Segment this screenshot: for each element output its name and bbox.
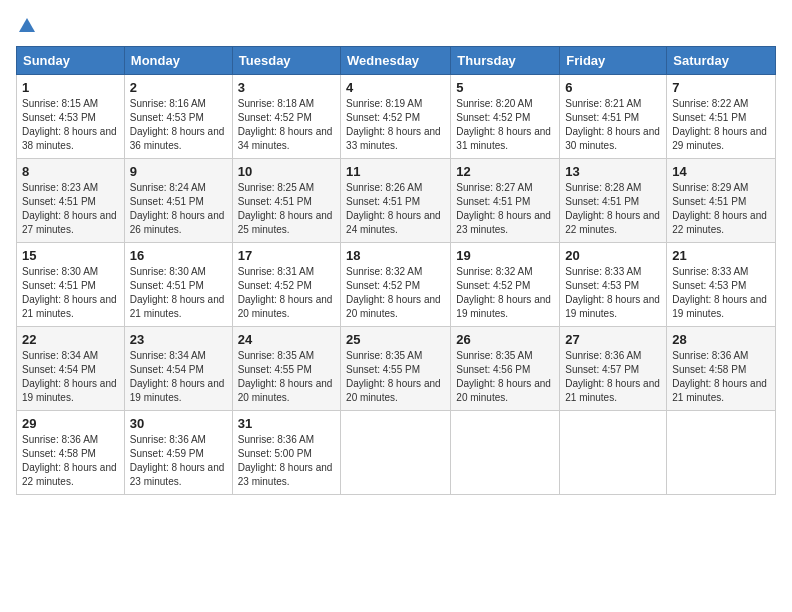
day-number: 14: [672, 164, 770, 179]
day-detail: Sunrise: 8:35 AMSunset: 4:55 PMDaylight:…: [238, 350, 333, 403]
day-number: 25: [346, 332, 445, 347]
column-header-tuesday: Tuesday: [232, 47, 340, 75]
day-detail: Sunrise: 8:27 AMSunset: 4:51 PMDaylight:…: [456, 182, 551, 235]
calendar-cell: 20 Sunrise: 8:33 AMSunset: 4:53 PMDaylig…: [560, 243, 667, 327]
calendar-cell: 1 Sunrise: 8:15 AMSunset: 4:53 PMDayligh…: [17, 75, 125, 159]
day-detail: Sunrise: 8:18 AMSunset: 4:52 PMDaylight:…: [238, 98, 333, 151]
calendar-cell: 3 Sunrise: 8:18 AMSunset: 4:52 PMDayligh…: [232, 75, 340, 159]
day-detail: Sunrise: 8:29 AMSunset: 4:51 PMDaylight:…: [672, 182, 767, 235]
day-number: 20: [565, 248, 661, 263]
day-number: 29: [22, 416, 119, 431]
week-row-1: 1 Sunrise: 8:15 AMSunset: 4:53 PMDayligh…: [17, 75, 776, 159]
day-number: 28: [672, 332, 770, 347]
day-number: 27: [565, 332, 661, 347]
day-number: 12: [456, 164, 554, 179]
day-number: 17: [238, 248, 335, 263]
calendar-cell: 17 Sunrise: 8:31 AMSunset: 4:52 PMDaylig…: [232, 243, 340, 327]
day-detail: Sunrise: 8:33 AMSunset: 4:53 PMDaylight:…: [672, 266, 767, 319]
page-header: [16, 16, 776, 34]
day-detail: Sunrise: 8:30 AMSunset: 4:51 PMDaylight:…: [130, 266, 225, 319]
svg-marker-0: [19, 18, 35, 32]
logo-icon: [18, 16, 36, 34]
day-number: 22: [22, 332, 119, 347]
calendar-cell: [341, 411, 451, 495]
day-number: 15: [22, 248, 119, 263]
day-detail: Sunrise: 8:30 AMSunset: 4:51 PMDaylight:…: [22, 266, 117, 319]
column-header-monday: Monday: [124, 47, 232, 75]
day-detail: Sunrise: 8:20 AMSunset: 4:52 PMDaylight:…: [456, 98, 551, 151]
day-number: 24: [238, 332, 335, 347]
day-number: 10: [238, 164, 335, 179]
day-detail: Sunrise: 8:36 AMSunset: 4:58 PMDaylight:…: [672, 350, 767, 403]
day-number: 3: [238, 80, 335, 95]
calendar-cell: 25 Sunrise: 8:35 AMSunset: 4:55 PMDaylig…: [341, 327, 451, 411]
calendar-cell: 19 Sunrise: 8:32 AMSunset: 4:52 PMDaylig…: [451, 243, 560, 327]
week-row-4: 22 Sunrise: 8:34 AMSunset: 4:54 PMDaylig…: [17, 327, 776, 411]
day-detail: Sunrise: 8:32 AMSunset: 4:52 PMDaylight:…: [346, 266, 441, 319]
day-number: 9: [130, 164, 227, 179]
calendar-cell: 13 Sunrise: 8:28 AMSunset: 4:51 PMDaylig…: [560, 159, 667, 243]
day-detail: Sunrise: 8:34 AMSunset: 4:54 PMDaylight:…: [22, 350, 117, 403]
day-detail: Sunrise: 8:35 AMSunset: 4:56 PMDaylight:…: [456, 350, 551, 403]
calendar-cell: 26 Sunrise: 8:35 AMSunset: 4:56 PMDaylig…: [451, 327, 560, 411]
day-number: 16: [130, 248, 227, 263]
day-detail: Sunrise: 8:25 AMSunset: 4:51 PMDaylight:…: [238, 182, 333, 235]
calendar-cell: 16 Sunrise: 8:30 AMSunset: 4:51 PMDaylig…: [124, 243, 232, 327]
calendar-cell: 27 Sunrise: 8:36 AMSunset: 4:57 PMDaylig…: [560, 327, 667, 411]
week-row-3: 15 Sunrise: 8:30 AMSunset: 4:51 PMDaylig…: [17, 243, 776, 327]
day-detail: Sunrise: 8:24 AMSunset: 4:51 PMDaylight:…: [130, 182, 225, 235]
day-number: 1: [22, 80, 119, 95]
calendar-cell: 22 Sunrise: 8:34 AMSunset: 4:54 PMDaylig…: [17, 327, 125, 411]
calendar-cell: 29 Sunrise: 8:36 AMSunset: 4:58 PMDaylig…: [17, 411, 125, 495]
week-row-5: 29 Sunrise: 8:36 AMSunset: 4:58 PMDaylig…: [17, 411, 776, 495]
day-detail: Sunrise: 8:16 AMSunset: 4:53 PMDaylight:…: [130, 98, 225, 151]
day-detail: Sunrise: 8:36 AMSunset: 4:57 PMDaylight:…: [565, 350, 660, 403]
day-number: 8: [22, 164, 119, 179]
calendar-cell: 31 Sunrise: 8:36 AMSunset: 5:00 PMDaylig…: [232, 411, 340, 495]
calendar-cell: 24 Sunrise: 8:35 AMSunset: 4:55 PMDaylig…: [232, 327, 340, 411]
day-number: 26: [456, 332, 554, 347]
calendar-cell: 11 Sunrise: 8:26 AMSunset: 4:51 PMDaylig…: [341, 159, 451, 243]
day-number: 11: [346, 164, 445, 179]
day-number: 7: [672, 80, 770, 95]
calendar-table: SundayMondayTuesdayWednesdayThursdayFrid…: [16, 46, 776, 495]
calendar-cell: [667, 411, 776, 495]
calendar-cell: 6 Sunrise: 8:21 AMSunset: 4:51 PMDayligh…: [560, 75, 667, 159]
day-detail: Sunrise: 8:32 AMSunset: 4:52 PMDaylight:…: [456, 266, 551, 319]
calendar-cell: 8 Sunrise: 8:23 AMSunset: 4:51 PMDayligh…: [17, 159, 125, 243]
day-detail: Sunrise: 8:19 AMSunset: 4:52 PMDaylight:…: [346, 98, 441, 151]
day-detail: Sunrise: 8:28 AMSunset: 4:51 PMDaylight:…: [565, 182, 660, 235]
day-detail: Sunrise: 8:22 AMSunset: 4:51 PMDaylight:…: [672, 98, 767, 151]
header-row: SundayMondayTuesdayWednesdayThursdayFrid…: [17, 47, 776, 75]
column-header-thursday: Thursday: [451, 47, 560, 75]
calendar-cell: 2 Sunrise: 8:16 AMSunset: 4:53 PMDayligh…: [124, 75, 232, 159]
calendar-cell: 4 Sunrise: 8:19 AMSunset: 4:52 PMDayligh…: [341, 75, 451, 159]
day-number: 6: [565, 80, 661, 95]
day-detail: Sunrise: 8:15 AMSunset: 4:53 PMDaylight:…: [22, 98, 117, 151]
calendar-cell: 21 Sunrise: 8:33 AMSunset: 4:53 PMDaylig…: [667, 243, 776, 327]
day-number: 19: [456, 248, 554, 263]
day-detail: Sunrise: 8:35 AMSunset: 4:55 PMDaylight:…: [346, 350, 441, 403]
calendar-cell: 7 Sunrise: 8:22 AMSunset: 4:51 PMDayligh…: [667, 75, 776, 159]
day-detail: Sunrise: 8:23 AMSunset: 4:51 PMDaylight:…: [22, 182, 117, 235]
column-header-friday: Friday: [560, 47, 667, 75]
calendar-cell: 12 Sunrise: 8:27 AMSunset: 4:51 PMDaylig…: [451, 159, 560, 243]
day-number: 31: [238, 416, 335, 431]
column-header-saturday: Saturday: [667, 47, 776, 75]
calendar-cell: 30 Sunrise: 8:36 AMSunset: 4:59 PMDaylig…: [124, 411, 232, 495]
calendar-cell: [560, 411, 667, 495]
calendar-cell: [451, 411, 560, 495]
day-detail: Sunrise: 8:34 AMSunset: 4:54 PMDaylight:…: [130, 350, 225, 403]
calendar-cell: 5 Sunrise: 8:20 AMSunset: 4:52 PMDayligh…: [451, 75, 560, 159]
day-number: 21: [672, 248, 770, 263]
calendar-cell: 10 Sunrise: 8:25 AMSunset: 4:51 PMDaylig…: [232, 159, 340, 243]
calendar-cell: 28 Sunrise: 8:36 AMSunset: 4:58 PMDaylig…: [667, 327, 776, 411]
calendar-cell: 23 Sunrise: 8:34 AMSunset: 4:54 PMDaylig…: [124, 327, 232, 411]
day-number: 23: [130, 332, 227, 347]
column-header-wednesday: Wednesday: [341, 47, 451, 75]
week-row-2: 8 Sunrise: 8:23 AMSunset: 4:51 PMDayligh…: [17, 159, 776, 243]
day-number: 4: [346, 80, 445, 95]
day-detail: Sunrise: 8:31 AMSunset: 4:52 PMDaylight:…: [238, 266, 333, 319]
day-number: 2: [130, 80, 227, 95]
calendar-cell: 18 Sunrise: 8:32 AMSunset: 4:52 PMDaylig…: [341, 243, 451, 327]
